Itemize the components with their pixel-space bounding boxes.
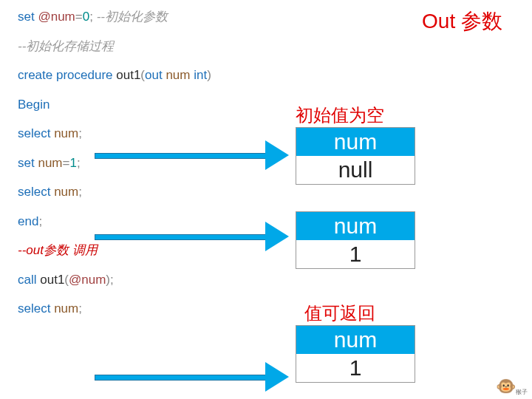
- label-init-null: 初始值为空: [296, 103, 384, 127]
- keyword-select: select: [18, 126, 50, 140]
- keyword-set: set: [18, 10, 35, 24]
- proc-name: out1: [116, 68, 140, 82]
- semicolon: ;: [38, 214, 42, 228]
- code-line-5: select num;: [18, 124, 211, 143]
- arrow-2: [95, 228, 288, 245]
- semicolon: ;: [110, 273, 114, 287]
- monkey-logo: 🐵猴子: [496, 377, 528, 396]
- ident-num: num: [54, 301, 78, 316]
- ident-num: num: [38, 156, 62, 170]
- semicolon: ;: [89, 10, 93, 24]
- comment-out-call: --out参数 调用: [18, 243, 98, 257]
- box-header: num: [296, 128, 415, 156]
- code-line-11: select num;: [18, 299, 211, 318]
- box-value: null: [296, 156, 415, 184]
- keyword-out: out: [145, 68, 163, 82]
- result-box-1: num null: [296, 127, 415, 185]
- monkey-icon: 🐵: [496, 377, 516, 395]
- box-value: 1: [296, 354, 415, 382]
- semicolon: ;: [78, 126, 82, 140]
- arrow-line: [95, 153, 267, 159]
- arrow-head-icon: [265, 222, 289, 251]
- box-header: num: [296, 212, 415, 240]
- result-box-3: num 1: [296, 325, 415, 383]
- keyword-call: call: [18, 273, 37, 287]
- type-int: int: [194, 68, 207, 82]
- keyword-select: select: [18, 185, 50, 199]
- ident-num: num: [54, 126, 78, 140]
- label-returnable: 值可返回: [304, 301, 375, 325]
- eq: =: [75, 10, 83, 24]
- code-line-2: --初始化存储过程: [18, 37, 211, 56]
- comment-init-proc: --初始化存储过程: [18, 39, 114, 53]
- code-block: set @num=0; --初始化参数 --初始化存储过程 create pro…: [18, 7, 211, 329]
- result-box-2: num 1: [296, 211, 415, 269]
- keyword-end: end: [18, 214, 38, 228]
- code-line-1: set @num=0; --初始化参数: [18, 7, 211, 27]
- keyword-begin: Begin: [18, 98, 50, 112]
- code-line-7: select num;: [18, 183, 211, 202]
- arrow-head-icon: [265, 362, 289, 392]
- code-line-4: Begin: [18, 95, 211, 115]
- param-name: num: [166, 68, 190, 82]
- keyword-set: set: [18, 156, 35, 170]
- keyword-select: select: [18, 301, 50, 316]
- rparen: ): [207, 68, 211, 82]
- zero: 0: [83, 10, 89, 24]
- page-title: Out 参数: [422, 7, 502, 35]
- comment-init-param: --初始化参数: [97, 10, 168, 24]
- arrow-3: [95, 368, 288, 386]
- box-header: num: [296, 326, 415, 354]
- semicolon: ;: [78, 185, 82, 199]
- arrow-line: [95, 375, 267, 381]
- monkey-text: 猴子: [516, 388, 528, 396]
- code-line-3: create procedure out1(out num int): [18, 66, 211, 85]
- proc-name: out1: [40, 273, 64, 287]
- semicolon: ;: [77, 156, 81, 170]
- arrow-1: [95, 146, 288, 164]
- keyword-create-procedure: create procedure: [18, 68, 113, 82]
- at-num: @num: [69, 273, 106, 287]
- arrow-line: [95, 234, 267, 240]
- eq: =: [63, 156, 70, 170]
- semicolon: ;: [78, 301, 82, 316]
- box-value: 1: [296, 240, 415, 268]
- ident-num: num: [54, 185, 78, 199]
- code-line-10: call out1(@num);: [18, 270, 211, 290]
- arrow-head-icon: [265, 140, 289, 170]
- one: 1: [69, 156, 76, 170]
- at-num: @num: [38, 10, 75, 24]
